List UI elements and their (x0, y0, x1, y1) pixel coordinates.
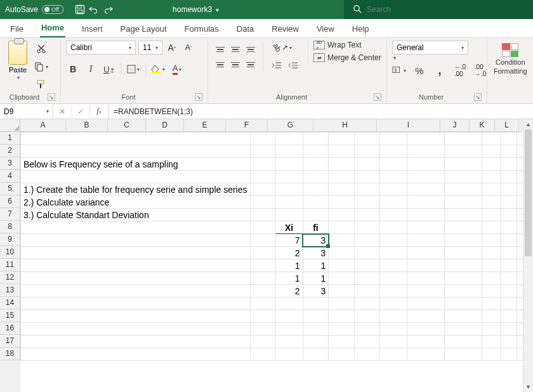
cell-A18[interactable] (21, 348, 251, 361)
decrease-indent-button[interactable] (270, 58, 284, 72)
cell-G10[interactable] (379, 247, 407, 259)
cell-E14[interactable] (329, 297, 354, 310)
cell-K4[interactable] (501, 171, 517, 183)
redo-icon[interactable]: ▾ (104, 3, 117, 16)
autosave-control[interactable]: AutoSave Off (0, 5, 69, 14)
cell-C14[interactable] (275, 297, 303, 310)
cell-K7[interactable] (501, 209, 517, 221)
cancel-formula-button[interactable]: ✕ (53, 107, 71, 116)
row-header-6[interactable]: 6 (0, 195, 20, 208)
column-header-E[interactable]: E (184, 119, 226, 132)
align-top-button[interactable] (213, 42, 227, 56)
search-box[interactable] (344, 0, 533, 19)
cell-J1[interactable] (482, 133, 500, 145)
cell-J13[interactable] (482, 285, 500, 297)
cell-E11[interactable] (329, 259, 354, 272)
cell-E16[interactable] (329, 323, 354, 336)
cell-K17[interactable] (501, 336, 517, 348)
cell-H10[interactable] (407, 247, 445, 259)
cell-A3[interactable]: Below is Frequency serie of a sampling (21, 158, 251, 171)
cell-J17[interactable] (482, 336, 500, 348)
cell-G12[interactable] (379, 272, 407, 285)
cell-G14[interactable] (379, 297, 407, 310)
cell-J5[interactable] (482, 183, 500, 196)
cell-F18[interactable] (354, 348, 379, 361)
cell-J8[interactable] (482, 221, 500, 234)
cell-B17[interactable] (250, 336, 275, 348)
column-header-L[interactable]: L (495, 119, 519, 132)
cell-D3[interactable] (303, 158, 329, 171)
row-header-7[interactable]: 7 (0, 208, 20, 221)
cell-B10[interactable] (250, 247, 275, 259)
cell-C16[interactable] (275, 323, 303, 336)
cell-I14[interactable] (445, 297, 482, 310)
cell-G2[interactable] (379, 145, 407, 158)
cell-J4[interactable] (482, 171, 500, 183)
scroll-thumb[interactable] (525, 129, 532, 256)
cell-D15[interactable] (303, 310, 329, 323)
cell-G15[interactable] (379, 310, 407, 323)
row-header-9[interactable]: 9 (0, 233, 20, 246)
cell-D14[interactable] (303, 297, 329, 310)
cell-I17[interactable] (445, 336, 482, 348)
cell-H7[interactable] (407, 209, 445, 221)
dialog-launcher-icon[interactable]: ↘ (474, 93, 482, 101)
cell-B9[interactable] (250, 234, 275, 247)
cell-B8[interactable] (250, 221, 275, 234)
cell-K10[interactable] (501, 247, 517, 259)
column-header-F[interactable]: F (226, 119, 268, 132)
accounting-format-button[interactable]: $▾ (392, 63, 406, 77)
cell-F10[interactable] (354, 247, 379, 259)
cell-F3[interactable] (354, 158, 379, 171)
tab-help[interactable]: Help (351, 20, 371, 37)
cell-H1[interactable] (407, 133, 445, 145)
cell-A11[interactable] (21, 259, 251, 272)
cell-I5[interactable] (445, 183, 482, 196)
select-all-corner[interactable] (0, 119, 20, 132)
cell-D12[interactable]: 1 (303, 272, 329, 285)
cell-F14[interactable] (354, 297, 379, 310)
row-header-14[interactable]: 14 (0, 297, 20, 310)
cell-A1[interactable] (21, 133, 251, 145)
row-header-8[interactable]: 8 (0, 221, 20, 233)
cell-G9[interactable] (379, 234, 407, 247)
cell-K13[interactable] (501, 285, 517, 297)
cell-D2[interactable] (303, 145, 329, 158)
cell-F15[interactable] (354, 310, 379, 323)
cell-J16[interactable] (482, 323, 500, 336)
cell-H3[interactable] (407, 158, 445, 171)
cell-C13[interactable]: 2 (275, 285, 303, 297)
cell-B5[interactable] (250, 183, 275, 196)
cell-E18[interactable] (329, 348, 354, 361)
column-header-C[interactable]: C (108, 119, 146, 132)
cell-I13[interactable] (445, 285, 482, 297)
cell-G13[interactable] (379, 285, 407, 297)
font-color-button[interactable]: A▾ (170, 62, 184, 76)
format-painter-button[interactable] (34, 77, 48, 91)
cell-K6[interactable] (501, 196, 517, 209)
cell-E5[interactable] (329, 183, 354, 196)
cell-B1[interactable] (250, 133, 275, 145)
font-size-select[interactable]: 11▾ (138, 41, 162, 55)
cell-D13[interactable]: 3 (303, 285, 329, 297)
cell-G5[interactable] (379, 183, 407, 196)
cell-E6[interactable] (329, 196, 354, 209)
cell-H17[interactable] (407, 336, 445, 348)
formula-input[interactable]: =RANDBETWEEN(1;3) (109, 104, 533, 119)
cell-H18[interactable] (407, 348, 445, 361)
cell-E4[interactable] (329, 171, 354, 183)
undo-icon[interactable]: ▾ (89, 3, 102, 16)
bold-button[interactable]: B (66, 62, 80, 76)
cell-B2[interactable] (250, 145, 275, 158)
borders-button[interactable]: ▾ (126, 62, 140, 76)
cell-G3[interactable] (379, 158, 407, 171)
cell-F4[interactable] (354, 171, 379, 183)
cell-A8[interactable] (21, 221, 251, 234)
cell-J7[interactable] (482, 209, 500, 221)
column-header-A[interactable]: A (20, 119, 66, 132)
vertical-scrollbar[interactable]: ▲ ▼ (523, 119, 533, 392)
increase-decimal-button[interactable]: ←.0.00 (453, 63, 467, 77)
cell-A10[interactable] (21, 247, 251, 259)
cell-D7[interactable] (303, 209, 329, 221)
cell-E7[interactable] (329, 209, 354, 221)
